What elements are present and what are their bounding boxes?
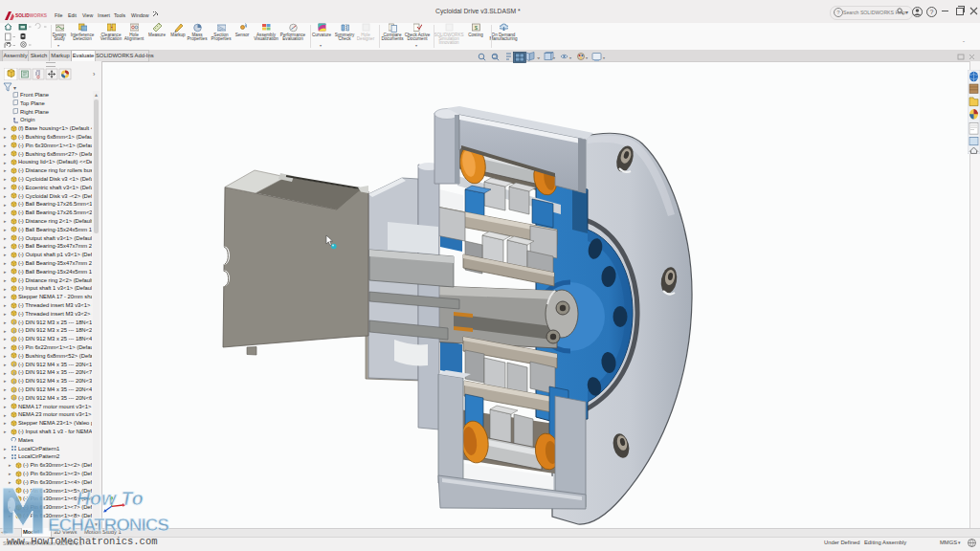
- svg-text:▾: ▾: [538, 55, 540, 60]
- svg-text:How To: How To: [77, 488, 144, 509]
- svg-text:▾: ▾: [569, 55, 571, 60]
- svg-text:▾: ▾: [586, 55, 588, 60]
- svg-text:▾: ▾: [13, 85, 16, 91]
- svg-text:ECHATRONICS: ECHATRONICS: [48, 515, 168, 535]
- svg-text:›: ›: [93, 71, 96, 77]
- svg-text:▾: ▾: [603, 55, 605, 60]
- svg-text:?: ?: [930, 9, 934, 15]
- svg-text:▾: ▾: [553, 55, 555, 60]
